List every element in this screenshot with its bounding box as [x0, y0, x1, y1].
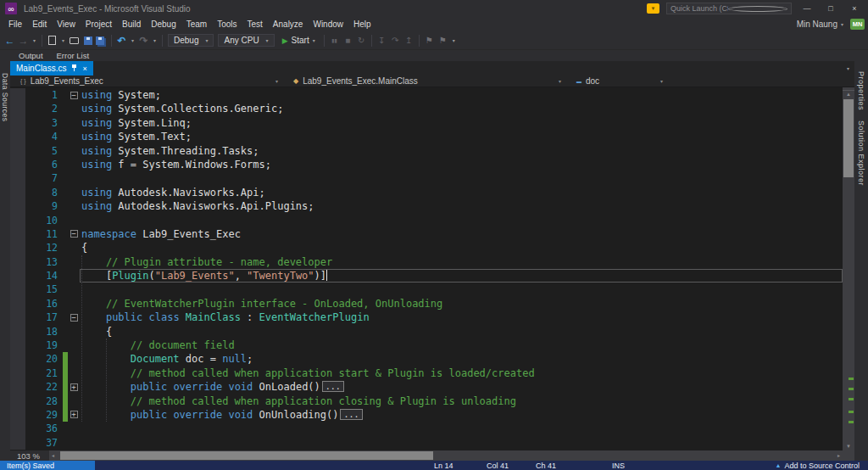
code-text[interactable]: [80, 171, 843, 185]
fold-minus-icon[interactable]: −: [70, 230, 78, 238]
tool-tab-error-list[interactable]: Error List: [57, 51, 90, 60]
menu-tools[interactable]: Tools: [212, 20, 242, 29]
zoom-level-select[interactable]: 103 %: [10, 451, 49, 461]
minimize-button[interactable]: —: [798, 4, 815, 13]
code-text[interactable]: {: [80, 241, 843, 255]
start-debugging-button[interactable]: ▶ Start ▾: [277, 34, 320, 48]
user-avatar-badge[interactable]: MN: [850, 19, 865, 30]
code-text[interactable]: // method called when application closin…: [80, 394, 843, 408]
fold-minus-icon[interactable]: −: [70, 92, 78, 99]
breakpoint-margin[interactable]: [10, 297, 25, 311]
breakpoint-margin[interactable]: [10, 311, 25, 324]
tool-tab-output[interactable]: Output: [19, 51, 43, 60]
fold-minus-icon[interactable]: −: [70, 314, 78, 322]
outlining-margin[interactable]: −: [68, 88, 80, 102]
pin-icon[interactable]: [71, 64, 77, 72]
breakpoint-margin[interactable]: [10, 352, 25, 366]
breakpoint-margin[interactable]: [10, 144, 25, 158]
collapsed-region-box[interactable]: ...: [322, 381, 344, 392]
new-file-icon[interactable]: [46, 34, 58, 48]
restart-icon[interactable]: ↻: [355, 34, 368, 48]
outlining-margin[interactable]: [68, 255, 80, 269]
sidebar-tab-properties[interactable]: Properties: [857, 71, 865, 110]
save-icon[interactable]: [81, 34, 94, 48]
breakpoint-margin[interactable]: [10, 325, 25, 339]
menu-project[interactable]: Project: [81, 20, 117, 29]
breakpoint-margin[interactable]: [10, 255, 25, 269]
outlining-margin[interactable]: [68, 283, 80, 296]
breakpoint-margin[interactable]: [10, 199, 25, 213]
breakpoint-margin[interactable]: [10, 241, 25, 255]
outlining-margin[interactable]: [68, 436, 80, 450]
outlining-margin[interactable]: [68, 422, 80, 435]
code-text[interactable]: // document field: [80, 339, 843, 352]
outlining-margin[interactable]: [68, 214, 80, 227]
redo-icon[interactable]: ↷: [137, 34, 150, 48]
menu-help[interactable]: Help: [348, 20, 376, 29]
stop-debugging-icon[interactable]: ■: [342, 34, 354, 48]
toolbar-overflow-icon[interactable]: ▾: [450, 34, 458, 48]
tab-list-dropdown-icon[interactable]: ▾: [847, 65, 854, 71]
breakpoint-margin[interactable]: [10, 366, 25, 380]
code-text[interactable]: {: [80, 325, 843, 339]
horizontal-scrollbar-thumb[interactable]: [60, 451, 433, 460]
code-text[interactable]: // EventWatcherPlugin interface - OnLoad…: [80, 297, 843, 311]
member-dropdown[interactable]: ▬ doc ▾: [566, 76, 668, 86]
outlining-margin[interactable]: +: [68, 380, 80, 394]
breakpoint-margin[interactable]: [10, 158, 25, 171]
code-text[interactable]: using System;: [80, 88, 843, 102]
outlining-margin[interactable]: [68, 186, 80, 199]
vertical-scrollbar[interactable]: ▲ ▼: [843, 87, 854, 450]
code-text[interactable]: [80, 214, 843, 227]
add-to-source-control-button[interactable]: ▲ Add to Source Control: [776, 462, 868, 470]
scroll-up-icon[interactable]: ▲: [843, 92, 854, 97]
code-text[interactable]: // method called when application start …: [80, 366, 843, 380]
menu-test[interactable]: Test: [242, 20, 268, 29]
menu-debug[interactable]: Debug: [146, 20, 181, 29]
breakpoint-margin[interactable]: [10, 214, 25, 227]
outlining-margin[interactable]: [68, 158, 80, 171]
outlining-margin[interactable]: −: [68, 311, 80, 324]
breakpoint-margin[interactable]: [10, 339, 25, 352]
outlining-margin[interactable]: [68, 394, 80, 408]
menu-build[interactable]: Build: [117, 20, 146, 29]
menu-analyze[interactable]: Analyze: [268, 20, 309, 29]
code-text[interactable]: using Autodesk.Navisworks.Api.Plugins;: [80, 199, 843, 213]
code-text[interactable]: [80, 436, 843, 450]
new-file-dropdown-icon[interactable]: ▾: [59, 34, 67, 48]
step-out-icon[interactable]: ↥: [403, 34, 415, 48]
outlining-margin[interactable]: [68, 199, 80, 213]
outlining-margin[interactable]: [68, 144, 80, 158]
navigate-forward-icon[interactable]: →: [17, 34, 30, 48]
navigate-dropdown-icon[interactable]: ▾: [31, 34, 38, 48]
outlining-margin[interactable]: [68, 366, 80, 380]
tab-close-icon[interactable]: ×: [82, 64, 86, 73]
step-into-icon[interactable]: ↧: [376, 34, 388, 48]
code-text[interactable]: [Plugin("Lab9_Events", "TwentyTwo")]: [80, 269, 843, 283]
menu-view[interactable]: View: [52, 20, 81, 29]
outlining-margin[interactable]: [68, 269, 80, 283]
signed-in-user[interactable]: Min Naung: [797, 20, 837, 29]
code-text[interactable]: using System.Threading.Tasks;: [80, 144, 843, 158]
outlining-margin[interactable]: −: [68, 227, 80, 241]
code-text[interactable]: [80, 422, 843, 435]
sidebar-tab-data-sources[interactable]: Data Sources: [1, 73, 9, 122]
solution-platforms-dropdown[interactable]: Any CPU ▾: [218, 34, 274, 47]
code-text[interactable]: using System.Linq;: [80, 116, 843, 130]
notifications-flag-icon[interactable]: ▼: [647, 3, 659, 14]
outlining-margin[interactable]: [68, 102, 80, 115]
scroll-right-icon[interactable]: ▸: [837, 452, 840, 458]
code-text[interactable]: using System.Text;: [80, 130, 843, 143]
toggle-bookmark-icon[interactable]: ⚑: [423, 34, 436, 48]
step-over-icon[interactable]: ↷: [389, 34, 402, 48]
outlining-margin[interactable]: [68, 241, 80, 255]
breakpoint-margin[interactable]: [10, 227, 25, 241]
code-text[interactable]: // Plugin attribute - name, developer: [80, 255, 843, 269]
menu-team[interactable]: Team: [181, 20, 212, 29]
outlining-margin[interactable]: [68, 116, 80, 130]
fold-plus-icon[interactable]: +: [70, 383, 78, 391]
breakpoint-margin[interactable]: [10, 422, 25, 435]
code-editor[interactable]: 1−using System;2using System.Collections…: [10, 87, 854, 450]
scroll-down-icon[interactable]: ▼: [843, 444, 854, 449]
outlining-margin[interactable]: [68, 352, 80, 366]
